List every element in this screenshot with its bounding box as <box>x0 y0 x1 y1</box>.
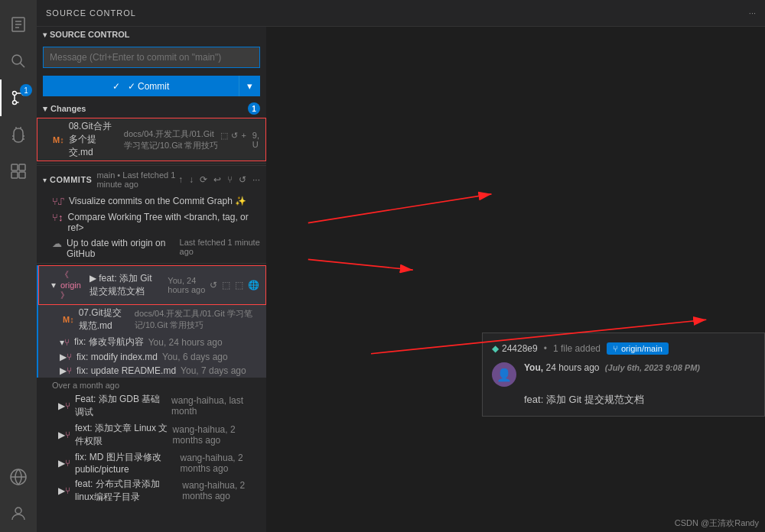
sub-file-path: docs/04.开发工具/01.Git 学习笔记/10.Git 常用技巧 <box>135 308 260 331</box>
file-stage-icon[interactable]: + <box>241 131 246 149</box>
older-linux-dir-icon: ⑂ <box>65 485 70 496</box>
older-md-pic-icon: ⑂ <box>65 458 70 469</box>
older-md-pic-label: fix: MD 图片目录修改 public/picture <box>75 451 176 475</box>
hash-dot-icon: ◆ <box>492 343 499 354</box>
commits-chevron-icon: ▾ <box>43 176 47 184</box>
push-icon[interactable]: ↑ <box>178 174 183 185</box>
changes-label: Changes <box>50 104 86 113</box>
sub-group-fix-index[interactable]: ▶ ⑂ fix: modify index.md You, 6 days ago <box>38 350 266 364</box>
open-commit-icon[interactable]: ⬚ <box>235 280 243 290</box>
source-control-section-header[interactable]: ▾ SOURCE CONTROL <box>37 27 266 42</box>
undo-icon[interactable]: ↩ <box>213 174 221 185</box>
sub-group-label: fix: 修改导航内容 <box>74 336 144 349</box>
svg-rect-17 <box>11 172 18 178</box>
changes-section-header[interactable]: ▾ Changes 1 <box>37 99 266 118</box>
fetch-icon[interactable]: ⟳ <box>200 174 207 185</box>
older-commit-linux-file[interactable]: ▶ ⑂ fext: 添加文章 Linux 文件权限 wang-haihua, 2… <box>37 420 266 449</box>
sub-group-index-chevron-icon: ▶ <box>60 352 67 362</box>
activity-explorer[interactable] <box>0 6 37 43</box>
detail-user-info: You, 24 hours ago (July 6th, 2023 9:08 P… <box>524 362 700 373</box>
sub-group-fix-readme[interactable]: ▶ ⑂ fix: update README.md You, 7 days ag… <box>38 364 266 378</box>
older-linux-file-meta: wang-haihua, 2 months ago <box>173 424 260 446</box>
graph-icon: ⑂⑀ <box>52 196 64 207</box>
origin-commit-group-header[interactable]: ▾ 《 origin 》 ▶ feat: 添加 Git 提交规范文档 You, … <box>38 265 266 305</box>
up-to-date-label: Up to date with origin on GitHub <box>67 238 175 259</box>
activity-extensions[interactable] <box>0 153 37 190</box>
file-open-icon[interactable]: ⬚ <box>220 131 228 149</box>
commit-button-row: ✓ ✓ Commit ▾ <box>43 76 260 96</box>
commit-hash-badge: ◆ 24428e9 <box>492 343 538 354</box>
sub-group-index-meta: You, 6 days ago <box>162 352 228 362</box>
sub-file-icon: M↕ <box>63 315 74 324</box>
commit-group-chevron-icon: ▾ <box>51 280 56 290</box>
sub-group-fix-nav[interactable]: ▾ ⑂ fix: 修改导航内容 You, 24 hours ago <box>38 334 266 350</box>
branch-badge: ⑂ origin/main <box>607 342 669 355</box>
commit-detail-panel: ◆ 24428e9 • 1 file added ⑂ origin/main 👤… <box>482 332 765 417</box>
copy-commit-icon[interactable]: ⬚ <box>222 280 230 290</box>
sub-group-icon: ⑂ <box>64 337 70 348</box>
sub-commit-item[interactable]: M↕ 07.Git提交规范.md docs/04.开发工具/01.Git 学习笔… <box>38 305 266 334</box>
commit-user-name: You, 24 hours ago (July 6th, 2023 9:08 P… <box>524 362 700 373</box>
commit-group-actions: ↺ ⬚ ⬚ 🌐 <box>210 280 259 290</box>
older-linux-dir-chevron-icon: ▶ <box>58 485 65 496</box>
commit-hash: 24428e9 <box>502 343 538 354</box>
svg-rect-15 <box>11 164 18 170</box>
older-linux-dir-meta: wang-haihua, 2 months ago <box>182 480 260 501</box>
older-commit-linux-dir[interactable]: ▶ ⑂ feat: 分布式目录添加linux编程子目录 wang-haihua,… <box>37 476 266 505</box>
commit-message-input[interactable] <box>43 47 260 68</box>
older-linux-dir-label: feat: 分布式目录添加linux编程子目录 <box>75 478 177 504</box>
compare-working-tree-label: Compare Working Tree with <branch, tag, … <box>68 212 261 233</box>
sub-group-readme-label: fix: update README.md <box>76 365 176 376</box>
changed-file-item[interactable]: M↕ 08.Git合并多个提交.md docs/04.开发工具/01.Git 学… <box>37 118 266 161</box>
message-input-wrapper <box>43 47 260 68</box>
commit-button-label: ✓ Commit <box>128 81 170 92</box>
activity-debug[interactable] <box>0 116 37 153</box>
commit-button[interactable]: ✓ ✓ Commit <box>43 76 239 96</box>
older-commit-md-pic[interactable]: ▶ ⑂ fix: MD 图片目录修改 public/picture wang-h… <box>37 449 266 476</box>
top-bar-menu[interactable]: ··· <box>749 8 756 18</box>
activity-account[interactable] <box>0 495 37 532</box>
commit-dropdown-button[interactable]: ▾ <box>239 76 260 96</box>
compare-icon: ⑂↕ <box>52 212 63 223</box>
pull-icon[interactable]: ↓ <box>189 174 194 185</box>
origin-commit-group: ▾ 《 origin 》 ▶ feat: 添加 Git 提交规范文档 You, … <box>37 265 266 378</box>
branch-icon[interactable]: ⑂ <box>227 174 233 185</box>
sub-group-readme-chevron-icon: ▶ <box>60 365 67 376</box>
older-md-pic-meta: wang-haihua, 2 months ago <box>181 453 260 474</box>
commits-meta: main • Last fetched 1 minute ago <box>96 170 178 189</box>
commit-group-title: ▶ feat: 添加 Git 提交规范文档 <box>90 272 164 298</box>
older-commit-gdb[interactable]: ▶ ⑂ Feat: 添加 GDB 基础调试 wang-haihua, last … <box>37 391 266 420</box>
open-remote-icon[interactable]: 🌐 <box>248 280 259 290</box>
revert-commit-icon[interactable]: ↺ <box>210 280 217 290</box>
svg-line-21 <box>308 194 492 223</box>
older-linux-file-chevron-icon: ▶ <box>58 430 65 440</box>
svg-point-19 <box>15 508 21 514</box>
compare-working-tree-item[interactable]: ⑂↕ Compare Working Tree with <branch, ta… <box>37 209 266 235</box>
commit-message-detail: feat: 添加 Git 提交规范文档 <box>492 393 755 407</box>
svg-rect-18 <box>19 172 25 178</box>
activity-search[interactable] <box>0 43 37 79</box>
commits-actions: ↑ ↓ ⟳ ↩ ⑂ ↺ ··· <box>178 174 260 185</box>
visualize-commits-item[interactable]: ⑂⑀ Visualize commits on the Commit Graph… <box>37 193 266 209</box>
top-bar: SOURCE CONTROL ··· <box>37 0 765 27</box>
last-fetched-meta: Last fetched 1 minute ago <box>180 238 260 256</box>
activity-remote[interactable] <box>0 459 37 495</box>
source-control-label: SOURCE CONTROL <box>50 30 130 39</box>
origin-label: 《 origin 》 <box>60 269 86 301</box>
detail-hash-row: ◆ 24428e9 • 1 file added ⑂ origin/main <box>492 342 755 355</box>
older-md-pic-chevron-icon: ▶ <box>58 458 65 469</box>
file-revert-icon[interactable]: ↺ <box>231 131 238 149</box>
older-label: Over a month ago <box>37 378 266 391</box>
changes-chevron-icon: ▾ <box>43 104 47 114</box>
activity-source-control[interactable]: 1 <box>0 79 37 116</box>
more-icon[interactable]: ··· <box>252 174 260 185</box>
svg-rect-16 <box>19 164 25 170</box>
commit-group-user: You, 24 hours ago <box>168 276 210 294</box>
sub-group-index-icon: ⑂ <box>67 352 72 362</box>
watermark: CSDN @王清欢Randy <box>675 517 759 529</box>
older-gdb-icon: ⑂ <box>65 401 70 411</box>
commits-section-header[interactable]: ▾ COMMITS main • Last fetched 1 minute a… <box>37 165 266 193</box>
older-gdb-meta: wang-haihua, last month <box>171 395 260 417</box>
svg-line-22 <box>308 259 413 270</box>
restore-icon[interactable]: ↺ <box>239 174 246 185</box>
